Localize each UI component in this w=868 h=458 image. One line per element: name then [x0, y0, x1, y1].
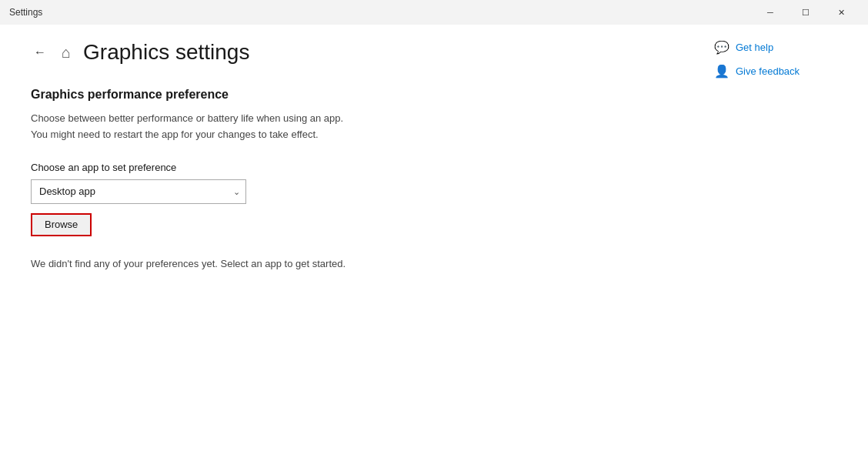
- minimize-button[interactable]: ─: [753, 0, 788, 25]
- choose-label: Choose an app to set preference: [31, 162, 668, 173]
- titlebar-title: Settings: [9, 7, 42, 18]
- feedback-icon: 👤: [714, 64, 729, 79]
- content-area: ← ⌂ Graphics settings Graphics performan…: [0, 25, 699, 458]
- maximize-button[interactable]: ☐: [788, 0, 823, 25]
- section-title: Graphics performance preference: [31, 88, 668, 102]
- help-icon: 💬: [714, 40, 729, 55]
- back-button[interactable]: ←: [31, 42, 49, 62]
- close-button[interactable]: ✕: [823, 0, 859, 25]
- app-type-dropdown-wrapper: Desktop app Microsoft Store app ⌄: [31, 179, 246, 204]
- section-desc-line1: Choose between better performance or bat…: [31, 112, 343, 124]
- browse-button[interactable]: Browse: [31, 213, 92, 236]
- graphics-section: Graphics performance preference Choose b…: [31, 88, 668, 269]
- get-help-link[interactable]: 💬 Get help: [714, 40, 853, 55]
- app-type-dropdown[interactable]: Desktop app Microsoft Store app: [31, 179, 246, 204]
- page-title: Graphics settings: [83, 40, 249, 65]
- get-help-label: Get help: [736, 42, 773, 53]
- section-desc-line2: You might need to restart the app for yo…: [31, 129, 319, 140]
- give-feedback-label: Give feedback: [736, 65, 800, 77]
- right-panel: 💬 Get help 👤 Give feedback: [699, 25, 868, 458]
- titlebar-left: Settings: [9, 7, 42, 18]
- home-icon: ⌂: [62, 44, 71, 62]
- no-preferences-text: We didn't find any of your preferences y…: [31, 258, 668, 269]
- page-header: ← ⌂ Graphics settings: [31, 40, 668, 65]
- titlebar: Settings ─ ☐ ✕: [0, 0, 868, 25]
- section-description: Choose between better performance or bat…: [31, 111, 668, 143]
- titlebar-controls: ─ ☐ ✕: [753, 0, 859, 25]
- app-body: ← ⌂ Graphics settings Graphics performan…: [0, 25, 868, 458]
- give-feedback-link[interactable]: 👤 Give feedback: [714, 64, 853, 79]
